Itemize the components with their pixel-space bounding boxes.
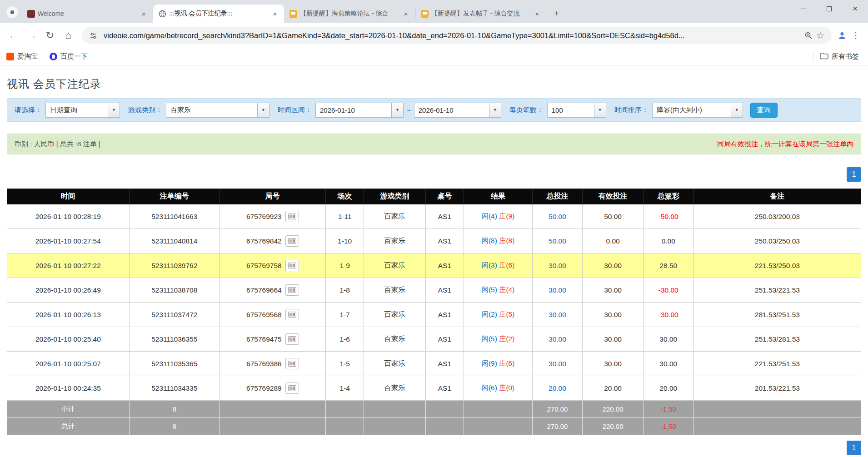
bet-record-table: 时间注单编号局号场次游戏类别桌号结果总投注有效投注总派彩备注 2026-01-1… [7, 189, 861, 435]
cell-total-bet[interactable]: 50.00 [532, 204, 583, 229]
date-separator: ~ [407, 106, 411, 114]
minimize-icon [801, 9, 806, 9]
bookmark-star-icon[interactable]: ☆ [814, 30, 826, 41]
round-replay-button[interactable] [285, 358, 299, 369]
cell-total-bet[interactable]: 20.00 [532, 376, 583, 401]
address-bar[interactable]: videoie.com/game/betrecord_search/kind3?… [82, 27, 832, 44]
round-number: 675769923 [246, 213, 282, 221]
chevron-down-icon[interactable]: ▼ [489, 103, 501, 117]
total-bet-link[interactable]: 30.00 [549, 360, 566, 368]
tab-forum-1[interactable]: 【新提醒】海燕策略论坛 - 综合 × [284, 5, 415, 23]
date-start-select[interactable]: 2026-01-10 ▼ [315, 103, 404, 118]
result-player: 闲(8) [481, 237, 497, 244]
cell-bet-id: 523111036355 [129, 327, 219, 352]
menu-icon[interactable]: ⋮ [848, 30, 863, 40]
cell-total-bet[interactable]: 30.00 [532, 303, 583, 327]
round-number: 675769568 [246, 311, 282, 319]
chevron-down-icon[interactable]: ▼ [108, 103, 120, 117]
cell-total-bet[interactable]: 30.00 [532, 278, 583, 303]
profile-icon[interactable] [836, 30, 848, 41]
cell-total-bet[interactable]: 30.00 [532, 327, 583, 352]
tab-close-icon[interactable]: × [270, 9, 279, 18]
tab-forum-2[interactable]: 【新提醒】发表帖子 - 综合交流 × [415, 5, 546, 23]
new-tab-button[interactable]: + [550, 6, 564, 20]
refresh-button[interactable]: ↻ [41, 26, 59, 45]
currency-summary: 币别 : 人民币 | 总共 :8 注单 | [15, 140, 100, 149]
summary-empty-session [325, 418, 364, 435]
summary-row: 总计8270.00220.00-1.50 [7, 418, 861, 435]
total-bet-link[interactable]: 30.00 [549, 262, 566, 269]
cell-total-bet[interactable]: 30.00 [532, 352, 583, 376]
maximize-button[interactable] [816, 0, 842, 17]
cell-bet-id: 523111040814 [129, 229, 219, 253]
cell-round-id: 675769842 [219, 229, 325, 253]
tab-bet-record[interactable]: :::视讯 会员下注纪录::: × [153, 5, 284, 23]
cell-bet-id: 523111038708 [129, 278, 219, 303]
cell-round-id: 675769386 [219, 352, 325, 376]
chevron-down-icon[interactable]: ▼ [391, 103, 403, 117]
cell-total-bet[interactable]: 50.00 [532, 229, 583, 253]
round-replay-button[interactable] [285, 382, 299, 394]
baidu-icon [50, 53, 57, 60]
info-bar: 币别 : 人民币 | 总共 :8 注单 | 同局有效投注，统一计算在该局第一张注… [7, 134, 861, 154]
column-header: 有效投注 [583, 189, 643, 204]
page-number-button[interactable]: 1 [847, 441, 861, 455]
per-page-select[interactable]: 100 ▼ [547, 103, 606, 118]
cell-total-bet[interactable]: 30.00 [532, 253, 583, 278]
cell-time: 2026-01-10 00:27:54 [7, 229, 130, 253]
chevron-down-icon[interactable]: ▼ [257, 103, 269, 117]
round-number: 675769475 [246, 335, 282, 343]
filter-bar: 请选择： 日期查询 ▼ 游戏类别： 百家乐 ▼ 时间区间： 2026-01-10… [7, 98, 861, 122]
total-bet-link[interactable]: 30.00 [549, 335, 566, 343]
bookmark-taobao[interactable]: 爱淘宝 [6, 52, 38, 61]
table-row: 2026-01-10 00:24:35523111034335675769289… [7, 376, 861, 401]
round-replay-button[interactable] [285, 211, 299, 222]
chevron-down-icon[interactable]: ▼ [731, 103, 743, 117]
page-content: 视讯 会员下注纪录 请选择： 日期查询 ▼ 游戏类别： 百家乐 ▼ 时间区间： … [0, 77, 868, 455]
tab-close-icon[interactable]: × [401, 9, 410, 18]
search-button[interactable]: 查询 [750, 103, 778, 118]
bookmark-label: 百度一下 [60, 52, 88, 61]
query-type-select[interactable]: 日期查询 ▼ [45, 103, 120, 118]
tab-welcome[interactable]: Welcome × [22, 5, 153, 23]
page-number-button[interactable]: 1 [847, 167, 861, 182]
round-replay-button[interactable] [285, 309, 299, 320]
summary-empty-game [364, 418, 425, 435]
zoom-icon[interactable] [803, 30, 814, 41]
result-banker: 庄(5) [499, 310, 514, 318]
close-window-button[interactable]: × [842, 0, 868, 17]
sort-select[interactable]: 降幂(由大到小) ▼ [652, 103, 743, 118]
total-bet-link[interactable]: 50.00 [549, 213, 566, 220]
round-replay-button[interactable] [285, 260, 299, 271]
round-replay-button[interactable] [285, 284, 299, 296]
bookmark-label: 爱淘宝 [17, 52, 38, 61]
bookmark-baidu[interactable]: 百度一下 [50, 52, 88, 61]
date-end-select[interactable]: 2026-01-10 ▼ [414, 103, 501, 118]
home-button[interactable]: ⌂ [59, 26, 77, 45]
replay-icon [288, 263, 296, 268]
forward-button[interactable]: → [23, 26, 41, 45]
game-type-select[interactable]: 百家乐 ▼ [166, 103, 269, 118]
tab-title: 【新提醒】海燕策略论坛 - 综合 [300, 10, 399, 18]
tab-close-icon[interactable]: × [533, 9, 542, 18]
tab-search-button[interactable] [6, 6, 18, 18]
chevron-down-icon[interactable]: ▼ [594, 103, 606, 117]
cell-result: 闲(6)庄(0) [464, 376, 532, 401]
round-replay-button[interactable] [285, 333, 299, 345]
column-header: 备注 [693, 189, 861, 204]
total-bet-link[interactable]: 30.00 [549, 311, 566, 318]
minimize-button[interactable] [790, 0, 816, 17]
summary-payout-value: -1.50 [661, 405, 676, 413]
cell-valid-bet: 30.00 [583, 303, 643, 327]
round-replay-button[interactable] [285, 235, 299, 247]
tab-close-icon[interactable]: × [139, 9, 148, 18]
total-bet-link[interactable]: 20.00 [549, 384, 566, 392]
site-settings-icon[interactable] [87, 30, 99, 41]
total-bet-link[interactable]: 50.00 [549, 237, 566, 245]
cell-note: 251.53/281.53 [693, 327, 861, 352]
summary-empty-table [425, 401, 464, 418]
total-bet-link[interactable]: 30.00 [549, 286, 566, 294]
back-button[interactable]: ← [5, 26, 23, 45]
all-bookmarks-button[interactable]: 所有书签 [820, 52, 859, 61]
cell-round-id: 675769664 [219, 278, 325, 303]
